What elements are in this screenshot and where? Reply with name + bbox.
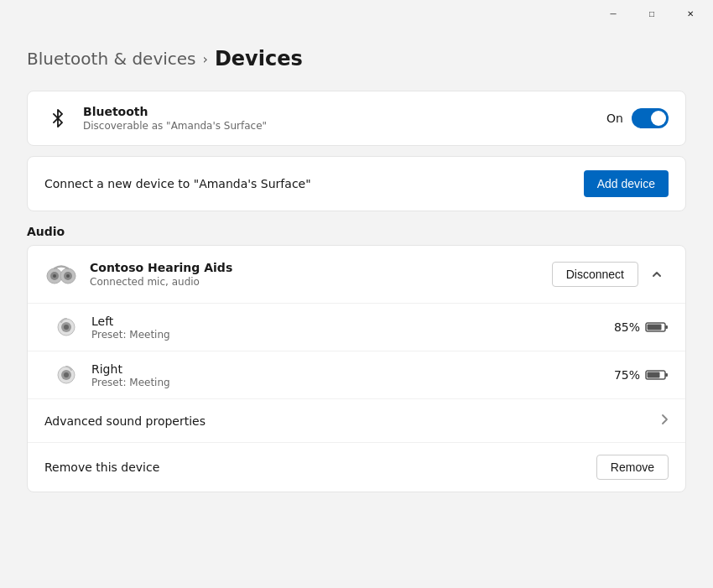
main-content: Bluetooth & devices › Devices Bluetooth … xyxy=(0,27,713,588)
bluetooth-subtitle: Discoverable as "Amanda's Surface" xyxy=(83,120,267,132)
right-battery-info: 75% xyxy=(614,368,669,382)
advanced-sound-row[interactable]: Advanced sound properties xyxy=(28,398,685,442)
svg-rect-16 xyxy=(648,372,660,378)
title-bar: ─ □ ✕ xyxy=(0,0,713,27)
svg-rect-10 xyxy=(648,325,662,330)
breadcrumb-parent[interactable]: Bluetooth & devices xyxy=(27,49,196,69)
connect-row: Connect a new device to "Amanda's Surfac… xyxy=(44,170,669,197)
bluetooth-title: Bluetooth xyxy=(83,105,267,118)
device-text: Contoso Hearing Aids Connected mic, audi… xyxy=(90,261,232,288)
right-battery-percent: 75% xyxy=(614,368,640,382)
breadcrumb-separator: › xyxy=(203,51,208,67)
right-earbud-icon xyxy=(53,362,80,388)
chevron-up-button[interactable] xyxy=(645,263,669,286)
disconnect-button[interactable]: Disconnect xyxy=(552,262,638,287)
svg-point-14 xyxy=(64,372,69,377)
add-device-card: Connect a new device to "Amanda's Surfac… xyxy=(27,156,686,211)
maximize-button[interactable]: □ xyxy=(632,0,671,27)
left-earbud-icon xyxy=(53,314,80,341)
add-device-button[interactable]: Add device xyxy=(584,170,669,197)
minimize-button[interactable]: ─ xyxy=(594,0,632,27)
device-name: Contoso Hearing Aids xyxy=(90,261,232,274)
bluetooth-text: Bluetooth Discoverable as "Amanda's Surf… xyxy=(83,105,267,132)
svg-point-5 xyxy=(66,274,70,278)
device-status: Connected mic, audio xyxy=(90,276,232,288)
hearing-aids-icon xyxy=(44,258,78,291)
remove-device-text: Remove this device xyxy=(44,461,159,474)
close-button[interactable]: ✕ xyxy=(671,0,710,27)
bluetooth-toggle[interactable] xyxy=(632,108,669,128)
device-actions: Disconnect xyxy=(552,262,669,287)
device-left: Contoso Hearing Aids Connected mic, audi… xyxy=(44,258,232,291)
advanced-sound-text: Advanced sound properties xyxy=(44,414,206,428)
right-battery-icon xyxy=(645,369,669,381)
breadcrumb: Bluetooth & devices › Devices xyxy=(27,47,686,70)
left-battery-percent: 85% xyxy=(614,320,640,334)
right-device-preset: Preset: Meeting xyxy=(91,377,170,388)
audio-section-title: Audio xyxy=(27,225,686,238)
svg-rect-11 xyxy=(665,325,668,329)
right-device-text: Right Preset: Meeting xyxy=(91,362,170,388)
left-battery-icon xyxy=(645,321,669,333)
right-device-name: Right xyxy=(91,362,170,376)
svg-point-2 xyxy=(53,274,56,278)
advanced-chevron-icon xyxy=(660,413,669,429)
bluetooth-icon xyxy=(44,105,71,132)
device-main-row: Contoso Hearing Aids Connected mic, audi… xyxy=(28,246,685,303)
page-title: Devices xyxy=(215,47,303,70)
remove-device-row: Remove this device Remove xyxy=(28,442,685,492)
right-device-left: Right Preset: Meeting xyxy=(53,362,170,388)
left-device-name: Left xyxy=(91,315,170,328)
left-battery-info: 85% xyxy=(614,320,669,334)
left-device-text: Left Preset: Meeting xyxy=(91,315,170,341)
bluetooth-row: Bluetooth Discoverable as "Amanda's Surf… xyxy=(44,105,669,132)
bluetooth-card: Bluetooth Discoverable as "Amanda's Surf… xyxy=(27,91,686,146)
bluetooth-left: Bluetooth Discoverable as "Amanda's Surf… xyxy=(44,105,267,132)
toggle-label: On xyxy=(606,112,623,125)
bluetooth-toggle-row: On xyxy=(606,108,669,128)
right-device-row: Right Preset: Meeting 75% xyxy=(28,351,685,398)
svg-point-8 xyxy=(64,325,69,330)
device-card: Contoso Hearing Aids Connected mic, audi… xyxy=(27,245,686,492)
left-device-left: Left Preset: Meeting xyxy=(53,314,170,341)
remove-button[interactable]: Remove xyxy=(596,455,669,480)
left-device-preset: Preset: Meeting xyxy=(91,329,170,341)
connect-text: Connect a new device to "Amanda's Surfac… xyxy=(44,177,311,190)
left-device-row: Left Preset: Meeting 85% xyxy=(28,303,685,351)
svg-rect-17 xyxy=(665,373,668,377)
